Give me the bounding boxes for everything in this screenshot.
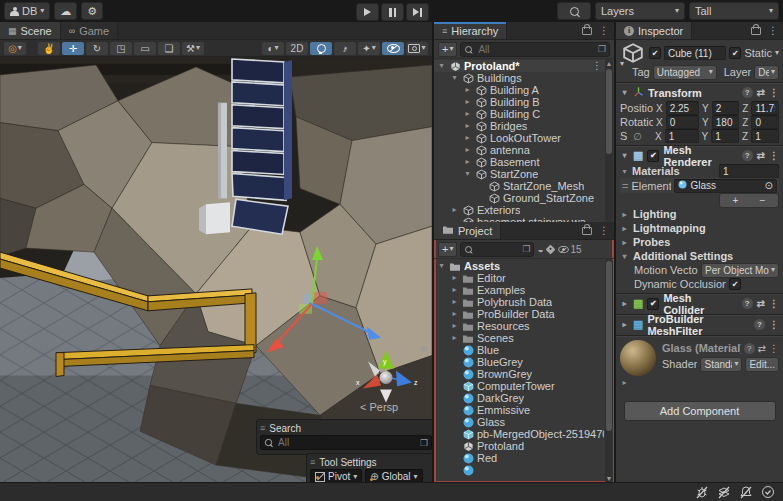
- tree-item[interactable]: ComputerTower: [434, 380, 614, 392]
- tree-item[interactable]: Protoland: [434, 440, 614, 452]
- rotation-x-field[interactable]: [666, 115, 699, 129]
- kebab-icon[interactable]: ⋮: [768, 25, 778, 36]
- component-enabled-checkbox[interactable]: ✔: [647, 150, 659, 162]
- tree-item[interactable]: ▸Bridges: [434, 120, 614, 132]
- rotation-z-field[interactable]: [751, 115, 779, 129]
- help-icon[interactable]: ?: [742, 87, 753, 98]
- scale-x-field[interactable]: [665, 129, 699, 143]
- kebab-icon[interactable]: ⋮: [769, 298, 779, 309]
- materials-count-field[interactable]: [719, 164, 779, 178]
- probuilder-meshfilter-header[interactable]: ▸ ▦ ProBuilder MeshFilter ? ⋮: [616, 316, 783, 333]
- move-tool-button[interactable]: ✛: [62, 42, 84, 55]
- foldout-collapsed-icon[interactable]: ▸: [450, 296, 459, 308]
- help-icon[interactable]: ?: [742, 150, 753, 161]
- foldout-collapsed-icon[interactable]: ▸: [620, 299, 629, 308]
- scale-z-field[interactable]: [751, 129, 779, 143]
- project-scrollbar[interactable]: ▼: [605, 259, 613, 483]
- dynamic-occlusion-checkbox[interactable]: ✔: [729, 278, 741, 290]
- scale-y-field[interactable]: [711, 129, 739, 143]
- foldout-expanded-icon[interactable]: ▾: [463, 168, 472, 180]
- foldout-collapsed-icon[interactable]: ▸: [620, 320, 629, 329]
- tree-item[interactable]: pb-MergedObject-2519470: [434, 428, 614, 440]
- scale-link-icon[interactable]: ∅: [633, 131, 652, 142]
- foldout-expanded-icon[interactable]: ▾: [437, 60, 446, 72]
- layers-dropdown[interactable]: Layers ▾: [595, 2, 685, 20]
- tree-item[interactable]: ▸Building C: [434, 108, 614, 120]
- orientation-mode-dropdown[interactable]: ⊕ Global ▾: [365, 469, 422, 483]
- hand-tool-button[interactable]: ✌: [38, 42, 60, 55]
- pivot-mode-dropdown[interactable]: Pivot ▾: [310, 469, 362, 483]
- filter-by-label-icon[interactable]: [545, 244, 555, 254]
- position-y-field[interactable]: [712, 101, 740, 115]
- static-checkbox[interactable]: ✔: [729, 47, 741, 59]
- mesh-collider-header[interactable]: ▸ ▦ ✔ Mesh Collider ? ⇄ ⋮: [616, 295, 783, 312]
- scene-visibility-toggle[interactable]: [382, 42, 404, 55]
- external-search-icon[interactable]: ❐: [420, 438, 428, 448]
- shading-mode-dropdown[interactable]: ◐ ▾: [262, 42, 284, 55]
- project-search-input[interactable]: [476, 243, 519, 256]
- notifications-muted-icon[interactable]: [739, 485, 753, 499]
- rotate-tool-button[interactable]: ↻: [86, 42, 108, 55]
- tree-item[interactable]: ▾StartZone: [434, 168, 614, 180]
- add-element-button[interactable]: +: [733, 195, 739, 206]
- tree-item[interactable]: StartZone_Mesh: [434, 180, 614, 192]
- tab-project[interactable]: Project: [434, 222, 501, 239]
- kebab-icon[interactable]: ⋮: [599, 225, 609, 236]
- tree-item[interactable]: ▸Editor: [434, 272, 614, 284]
- object-picker-icon[interactable]: ⊙: [765, 180, 773, 191]
- cloud-button[interactable]: ☁: [54, 2, 77, 20]
- transform-tool-button[interactable]: ❏: [158, 42, 180, 55]
- scene-viewport[interactable]: y x z < Persp ≡ Search: [0, 57, 432, 483]
- presets-icon[interactable]: ⇄: [758, 343, 766, 354]
- overlay-handle-icon[interactable]: ≡: [260, 423, 265, 433]
- cache-disabled-icon[interactable]: [717, 485, 731, 499]
- tree-item[interactable]: ▸Scenes: [434, 332, 614, 344]
- rotation-y-field[interactable]: [712, 115, 740, 129]
- foldout-collapsed-icon[interactable]: ▸: [463, 144, 472, 156]
- shader-edit-button[interactable]: Edit...: [745, 357, 779, 372]
- scene-audio-toggle[interactable]: ♪: [334, 42, 356, 55]
- material-preview-sphere[interactable]: [620, 340, 656, 376]
- foldout-collapsed-icon[interactable]: ▸: [450, 332, 459, 344]
- scene-search-input[interactable]: [276, 436, 417, 449]
- foldout-expanded-icon[interactable]: ▾: [620, 151, 629, 160]
- help-icon[interactable]: ?: [754, 319, 765, 330]
- remove-element-button[interactable]: −: [760, 195, 766, 206]
- static-dropdown-icon[interactable]: ▾: [775, 49, 779, 57]
- tree-item[interactable]: ▸Polybrush Data: [434, 296, 614, 308]
- external-search-icon[interactable]: ❐: [522, 244, 530, 254]
- foldout-collapsed-icon[interactable]: ▸: [463, 132, 472, 144]
- position-x-field[interactable]: [666, 101, 699, 115]
- tree-item[interactable]: [434, 464, 614, 476]
- hierarchy-search-field[interactable]: ❐: [460, 42, 610, 57]
- tree-item[interactable]: ▸Building A: [434, 84, 614, 96]
- hierarchy-search-input[interactable]: [476, 43, 594, 56]
- project-search-field[interactable]: ❐: [460, 242, 534, 257]
- gameobject-name-field[interactable]: [664, 46, 726, 60]
- gameobject-icon[interactable]: ▾: [620, 40, 646, 66]
- lock-icon[interactable]: [582, 27, 592, 35]
- foldout-collapsed-icon[interactable]: ▸: [463, 120, 472, 132]
- foldout-collapsed-icon[interactable]: ▸: [463, 156, 472, 168]
- tab-hierarchy[interactable]: ≡ Hierarchy: [434, 22, 507, 39]
- layout-dropdown[interactable]: Tall ▾: [689, 2, 779, 20]
- tree-item[interactable]: ▾Protoland*⋮: [434, 60, 614, 72]
- position-z-field[interactable]: [751, 101, 779, 115]
- foldout-collapsed-icon[interactable]: ▸: [450, 204, 459, 216]
- search-button[interactable]: [557, 2, 591, 20]
- transform-header[interactable]: ▾ Transform ? ⇄ ⋮: [616, 84, 783, 101]
- tree-item[interactable]: ▸ProBuilder Data: [434, 308, 614, 320]
- foldout-collapsed-icon[interactable]: ▸: [450, 272, 459, 284]
- play-button[interactable]: [356, 3, 379, 21]
- foldout-expanded-icon[interactable]: ▾: [620, 88, 629, 97]
- account-button[interactable]: DB ▾: [4, 2, 50, 20]
- tree-item[interactable]: Emmissive: [434, 404, 614, 416]
- drag-handle-icon[interactable]: =: [622, 180, 628, 192]
- tree-item[interactable]: Glass: [434, 416, 614, 428]
- foldout-expanded-icon[interactable]: ▾: [620, 167, 629, 176]
- foldout-expanded-icon[interactable]: ▾: [450, 72, 459, 84]
- tree-item[interactable]: BrownGrey: [434, 368, 614, 380]
- tree-item[interactable]: ▸Examples: [434, 284, 614, 296]
- layer-dropdown[interactable]: Default ▾: [754, 65, 779, 80]
- tree-item[interactable]: ▸Exteriors: [434, 204, 614, 216]
